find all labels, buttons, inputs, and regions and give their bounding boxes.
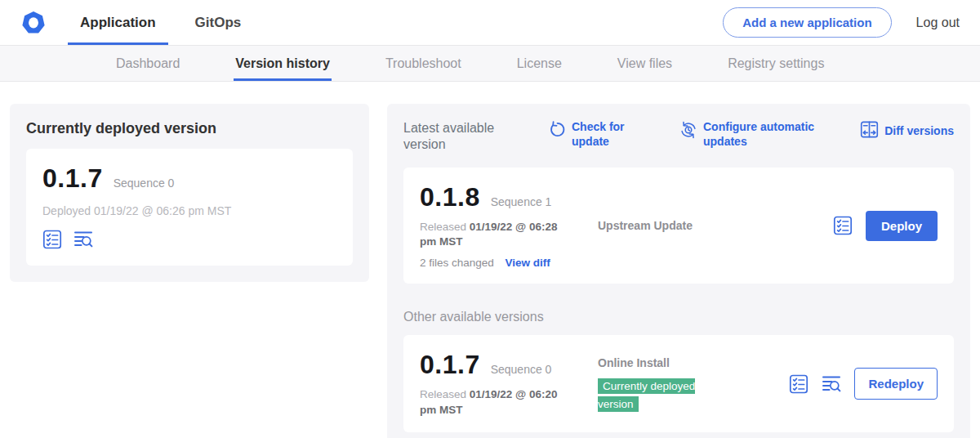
deploy-button[interactable]: Deploy xyxy=(866,211,938,241)
deployed-version-number: 0.1.7 xyxy=(42,163,103,194)
deployed-sequence: Sequence 0 xyxy=(114,177,175,190)
diff-icon xyxy=(860,120,879,143)
latest-sequence: Sequence 1 xyxy=(491,195,552,208)
latest-source-label: Upstream Update xyxy=(598,219,693,232)
subnav-tab-version-history[interactable]: Version history xyxy=(234,46,332,81)
subnav-tab-dashboard[interactable]: Dashboard xyxy=(114,46,181,81)
other-versions-title: Other available versions xyxy=(403,310,954,324)
tab-application-label: Application xyxy=(80,15,156,31)
subnav-tab-view-files[interactable]: View files xyxy=(616,46,674,81)
files-changed-text: 2 files changed xyxy=(420,257,494,269)
other-sequence: Sequence 0 xyxy=(491,363,552,376)
view-logs-icon[interactable] xyxy=(822,374,841,394)
available-versions-header: Latest available version Check for updat… xyxy=(403,120,954,153)
other-released-timestamp: Released 01/19/22 @ 06:20 pm MST xyxy=(420,387,575,417)
auto-update-icon xyxy=(679,121,697,143)
latest-version-number: 0.1.8 xyxy=(420,182,480,212)
latest-available-title: Latest available version xyxy=(403,120,526,153)
currently-deployed-badge: Currently deployed version xyxy=(598,378,695,412)
tab-gitops[interactable]: GitOps xyxy=(183,0,254,45)
tab-gitops-label: GitOps xyxy=(195,15,242,31)
other-source-label: Online Install xyxy=(598,356,670,369)
app-subnav: Dashboard Version history Troubleshoot L… xyxy=(0,46,980,82)
kots-logo-icon xyxy=(20,10,47,36)
release-notes-icon[interactable] xyxy=(42,230,62,249)
refresh-icon xyxy=(549,121,566,142)
release-notes-icon[interactable] xyxy=(789,374,808,394)
other-version-card: 0.1.7 Sequence 0 Released 01/19/22 @ 06:… xyxy=(403,335,954,431)
view-diff-link[interactable]: View diff xyxy=(506,257,550,269)
latest-version-card: 0.1.8 Sequence 1 Released 01/19/22 @ 06:… xyxy=(403,168,954,284)
currently-deployed-card: 0.1.7 Sequence 0 Deployed 01/19/22 @ 06:… xyxy=(26,149,353,266)
deployed-timestamp: Deployed 01/19/22 @ 06:26 pm MST xyxy=(42,204,336,217)
currently-deployed-panel: Currently deployed version 0.1.7 Sequenc… xyxy=(10,104,369,282)
redeploy-button[interactable]: Redeploy xyxy=(854,368,938,400)
release-notes-icon[interactable] xyxy=(833,216,853,235)
subnav-tab-troubleshoot[interactable]: Troubleshoot xyxy=(384,46,463,81)
main-content: Currently deployed version 0.1.7 Sequenc… xyxy=(0,82,980,438)
tab-application[interactable]: Application xyxy=(68,0,168,45)
header-tabs: Application GitOps xyxy=(68,0,253,45)
app-logo xyxy=(20,0,47,45)
subnav-tab-license[interactable]: License xyxy=(515,46,564,81)
other-version-number: 0.1.7 xyxy=(420,350,480,380)
add-application-button[interactable]: Add a new application xyxy=(723,7,891,38)
diff-versions-link[interactable]: Diff versions xyxy=(860,120,954,143)
top-header: Application GitOps Add a new application… xyxy=(0,0,980,46)
view-logs-icon[interactable] xyxy=(74,230,93,249)
currently-deployed-title: Currently deployed version xyxy=(26,120,353,137)
available-versions-panel: Latest available version Check for updat… xyxy=(387,104,970,438)
header-right: Add a new application Log out xyxy=(723,0,960,45)
subnav-tab-registry-settings[interactable]: Registry settings xyxy=(726,46,826,81)
latest-released-timestamp: Released 01/19/22 @ 06:28 pm MST xyxy=(420,220,575,249)
check-for-update-link[interactable]: Check for update xyxy=(549,120,637,149)
configure-automatic-updates-link[interactable]: Configure automatic updates xyxy=(679,120,835,149)
logout-link[interactable]: Log out xyxy=(916,16,960,30)
